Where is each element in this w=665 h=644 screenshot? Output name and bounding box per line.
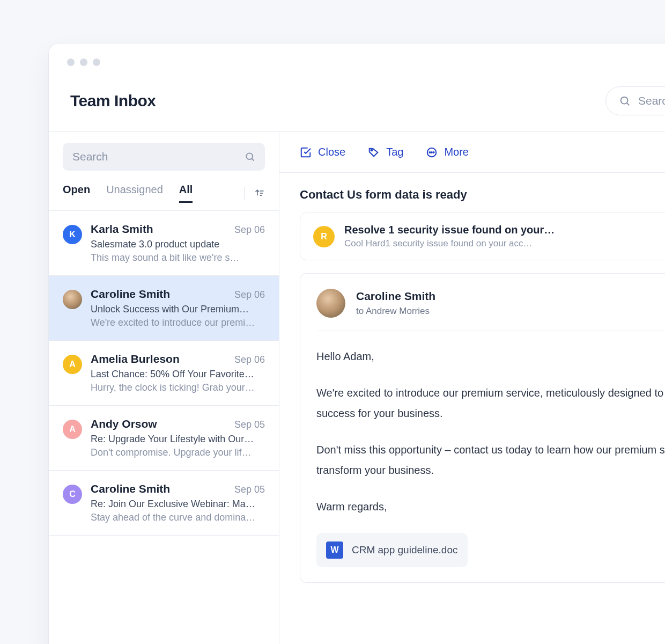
sort-icon	[254, 188, 265, 199]
related-title: Resolve 1 security issue found on your…	[344, 224, 555, 236]
email-sender: Andy Orsow	[91, 418, 157, 430]
content: Search Open Unassigned All	[49, 131, 665, 644]
email-date: Sep 05	[234, 419, 265, 430]
avatar: K	[63, 225, 82, 244]
more-label: More	[444, 146, 469, 158]
email-list-item[interactable]: A Andy Orsow Sep 05 Re: Upgrade Your Lif…	[49, 406, 279, 471]
sort-button[interactable]	[244, 187, 265, 200]
svg-point-7	[371, 149, 373, 151]
related-thread-card[interactable]: R Resolve 1 security issue found on your…	[300, 213, 665, 260]
thread-title: Contact Us form data is ready	[279, 173, 665, 213]
traffic-light-zoom[interactable]	[93, 58, 100, 66]
email-list-item[interactable]: C Caroline Smith Sep 05 Re: Join Our Exc…	[49, 471, 279, 536]
email-list-item[interactable]: A Amelia Burleson Sep 06 Last Chance: 50…	[49, 341, 279, 406]
email-subject: Unlock Success with Our Premium…	[91, 304, 265, 315]
email-date: Sep 06	[234, 224, 265, 236]
email-sender: Amelia Burleson	[91, 353, 180, 365]
message-greeting: Hello Adam,	[316, 346, 665, 367]
email-sender: Caroline Smith	[91, 288, 170, 301]
avatar: A	[63, 420, 82, 439]
email-list: K Karla Smith Sep 06 Salesmate 3.0 produ…	[49, 211, 279, 644]
word-doc-icon: W	[326, 541, 343, 559]
close-button[interactable]: Close	[300, 146, 345, 158]
email-preview: Hurry, the clock is ticking! Grab your…	[91, 382, 265, 393]
avatar: A	[63, 355, 82, 374]
email-subject: Salesmate 3.0 product update	[91, 239, 265, 250]
traffic-light-close[interactable]	[67, 58, 75, 66]
avatar	[63, 290, 82, 309]
email-date: Sep 05	[234, 484, 265, 495]
svg-line-1	[627, 103, 629, 105]
header: Team Inbox Search anything	[49, 66, 665, 131]
list-tabs: Open Unassigned All	[49, 171, 279, 211]
email-sender: Caroline Smith	[91, 482, 170, 495]
message-body: Hello Adam, We're excited to introduce o…	[316, 331, 665, 567]
tab-unassigned[interactable]: Unassigned	[106, 184, 163, 203]
check-square-icon	[300, 147, 312, 158]
message-paragraph: Don't miss this opportunity – contact us…	[316, 440, 665, 480]
email-preview: This may sound a bit like we're s…	[91, 252, 265, 264]
svg-point-11	[433, 152, 434, 153]
message-card: Caroline Smith to Andrew Morries Hello A…	[300, 273, 665, 583]
list-search-input[interactable]: Search	[63, 143, 265, 171]
avatar: R	[313, 226, 335, 247]
email-preview: We're excited to introduce our premi…	[91, 317, 265, 328]
search-icon	[245, 151, 255, 162]
tag-icon	[368, 147, 380, 158]
tab-open[interactable]: Open	[63, 184, 90, 203]
tab-all[interactable]: All	[179, 184, 193, 203]
email-sender: Karla Smith	[91, 223, 153, 236]
search-icon	[619, 95, 631, 107]
email-list-panel: Search Open Unassigned All	[49, 132, 279, 644]
message-sender: Caroline Smith	[356, 290, 435, 303]
email-list-item[interactable]: K Karla Smith Sep 06 Salesmate 3.0 produ…	[49, 211, 279, 276]
email-subject: Re: Join Our Exclusive Webinar: Ma…	[91, 499, 265, 510]
svg-point-10	[431, 152, 432, 153]
message-toolbar: Close Tag More	[279, 132, 665, 173]
tag-label: Tag	[386, 146, 403, 158]
window-traffic-lights	[49, 43, 665, 66]
email-date: Sep 06	[234, 354, 265, 365]
message-signoff: Warm regards,	[316, 496, 665, 517]
global-search-placeholder: Search anything	[638, 94, 665, 107]
message-panel: Close Tag More Contact Us form data is r…	[279, 132, 665, 644]
page-title: Team Inbox	[70, 92, 156, 110]
email-subject: Re: Upgrade Your Lifestyle with Our…	[91, 434, 265, 445]
svg-line-3	[252, 159, 254, 161]
traffic-light-minimize[interactable]	[80, 58, 87, 66]
close-label: Close	[318, 146, 345, 158]
email-date: Sep 06	[234, 289, 265, 301]
more-icon	[426, 147, 438, 158]
attachment[interactable]: W CRM app guideline.doc	[316, 533, 468, 567]
attachment-filename: CRM app guideline.doc	[352, 540, 458, 560]
avatar	[316, 289, 345, 318]
email-list-item[interactable]: Caroline Smith Sep 06 Unlock Success wit…	[49, 276, 279, 341]
avatar: C	[63, 485, 82, 504]
global-search-input[interactable]: Search anything	[605, 86, 665, 115]
message-recipient: to Andrew Morries	[356, 306, 435, 317]
svg-point-9	[430, 152, 431, 153]
tag-button[interactable]: Tag	[368, 146, 403, 158]
svg-point-0	[621, 97, 628, 104]
message-header: Caroline Smith to Andrew Morries	[316, 289, 665, 331]
app-window: Team Inbox Search anything Search Open	[48, 43, 665, 644]
svg-point-2	[246, 153, 253, 159]
email-preview: Stay ahead of the curve and domina…	[91, 512, 265, 523]
email-subject: Last Chance: 50% Off Your Favorite…	[91, 369, 265, 380]
related-subtitle: Cool Hard1 security issue found on your …	[344, 238, 555, 249]
message-paragraph: We're excited to introduce our premium s…	[316, 383, 665, 423]
email-preview: Don't compromise. Upgrade your lif…	[91, 447, 265, 458]
list-search-placeholder: Search	[72, 150, 108, 163]
more-button[interactable]: More	[426, 146, 469, 158]
